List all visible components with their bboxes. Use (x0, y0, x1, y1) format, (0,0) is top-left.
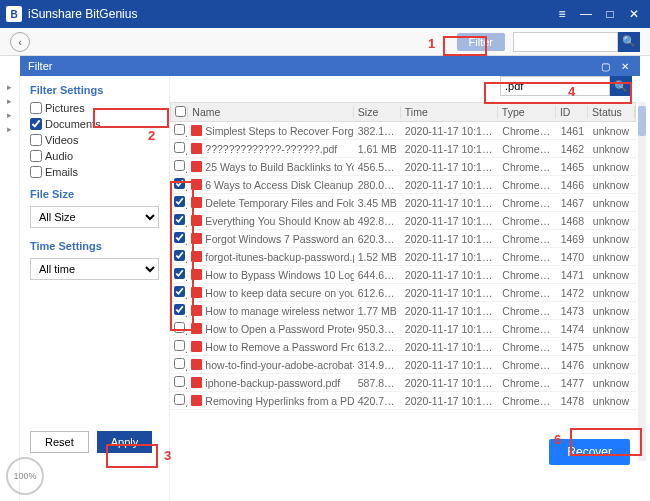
row-checkbox[interactable] (174, 340, 185, 351)
pdf-icon (191, 305, 202, 316)
cell-status: unknow (589, 287, 636, 299)
row-checkbox[interactable] (174, 394, 185, 405)
table-row[interactable]: Simplest Steps to Recover Forgotten or L… (170, 122, 636, 140)
chk-documents[interactable]: Documents (30, 118, 92, 130)
cell-id: 1472 (557, 287, 589, 299)
time-select[interactable]: All time (30, 258, 159, 280)
row-checkbox[interactable] (174, 286, 185, 297)
tree-expand-icon[interactable]: ▸ (7, 96, 12, 106)
close-filter-icon[interactable]: ✕ (618, 59, 632, 73)
col-time[interactable]: Time (401, 106, 498, 118)
close-icon[interactable]: ✕ (624, 4, 644, 24)
cell-name: Removing Hyperlinks from a PDF and Ex (187, 395, 353, 407)
row-checkbox[interactable] (174, 232, 185, 243)
cell-size: 620.39 KB (354, 233, 401, 245)
cell-type: Chrome HT (498, 233, 556, 245)
table-row[interactable]: 25 Ways to Build Backlinks to Your Webs4… (170, 158, 636, 176)
apply-button[interactable]: Apply (97, 431, 153, 453)
row-checkbox[interactable] (174, 142, 185, 153)
reset-button[interactable]: Reset (30, 431, 89, 453)
cell-type: Chrome HT (498, 305, 556, 317)
col-status[interactable]: Status (588, 106, 635, 118)
table-row[interactable]: How to Remove a Password From a PDF613.2… (170, 338, 636, 356)
table-row[interactable]: how-to-find-your-adobe-acrobat-serial314… (170, 356, 636, 374)
tree-expand-icon[interactable]: ▸ (7, 82, 12, 92)
cell-name: How to keep data secure on your Windo (187, 287, 353, 299)
row-checkbox[interactable] (174, 376, 185, 387)
search-input[interactable] (513, 32, 618, 52)
filter-button[interactable]: Filter (457, 33, 505, 51)
row-checkbox[interactable] (174, 304, 185, 315)
table-row[interactable]: How to Open a Password Protected Exce950… (170, 320, 636, 338)
chk-audio[interactable]: Audio (30, 150, 92, 162)
select-all-checkbox[interactable] (175, 106, 186, 117)
filesize-select[interactable]: All Size (30, 206, 159, 228)
table-row[interactable]: How to manage wireless network conne1.77… (170, 302, 636, 320)
minimize-icon[interactable]: — (576, 4, 596, 24)
filesize-heading: File Size (30, 188, 159, 200)
toolbar-search: 🔍 (513, 32, 640, 52)
cell-status: unknow (589, 125, 636, 137)
maximize-icon[interactable]: □ (600, 4, 620, 24)
cell-name: Forgot Windows 7 Password and Want t (187, 233, 353, 245)
menu-icon[interactable]: ≡ (552, 4, 572, 24)
table-body[interactable]: Simplest Steps to Recover Forgotten or L… (170, 122, 636, 461)
col-type[interactable]: Type (498, 106, 556, 118)
table-row[interactable]: forgot-itunes-backup-password.pdf1.52 MB… (170, 248, 636, 266)
pdf-icon (191, 395, 202, 406)
cell-time: 2020-11-17 10:15:17 (401, 233, 498, 245)
cell-time: 2020-11-17 10:15:17 (401, 395, 498, 407)
table-row[interactable]: How to keep data secure on your Windo612… (170, 284, 636, 302)
row-checkbox[interactable] (174, 358, 185, 369)
chk-pictures[interactable]: Pictures (30, 102, 92, 114)
cell-id: 1477 (557, 377, 589, 389)
pdf-icon (191, 143, 202, 154)
row-checkbox[interactable] (174, 160, 185, 171)
cell-status: unknow (589, 197, 636, 209)
cell-status: unknow (589, 377, 636, 389)
table-row[interactable]: 6 Ways to Access Disk Cleanup on Wind280… (170, 176, 636, 194)
table-row[interactable]: Forgot Windows 7 Password and Want t620.… (170, 230, 636, 248)
cell-size: 1.77 MB (354, 305, 401, 317)
pdf-icon (191, 233, 202, 244)
pdf-icon (191, 377, 202, 388)
filter-panel-header: Filter ▢ ✕ (20, 56, 640, 76)
row-checkbox[interactable] (174, 214, 185, 225)
cell-type: Chrome HT (498, 161, 556, 173)
col-name[interactable]: Name (188, 106, 354, 118)
tree-expand-icon[interactable]: ▸ (7, 124, 12, 134)
search-icon[interactable]: 🔍 (610, 76, 632, 96)
cell-time: 2020-11-17 10:15:17 (401, 287, 498, 299)
table-row[interactable]: Removing Hyperlinks from a PDF and Ex420… (170, 392, 636, 410)
cell-name: ?????????????-??????.pdf (187, 143, 353, 155)
row-checkbox[interactable] (174, 124, 185, 135)
col-id[interactable]: ID (556, 106, 588, 118)
cell-id: 1474 (557, 323, 589, 335)
chk-videos[interactable]: Videos (30, 134, 92, 146)
table-row[interactable]: iphone-backup-password.pdf587.87 KB2020-… (170, 374, 636, 392)
chk-emails[interactable]: Emails (30, 166, 92, 178)
row-checkbox[interactable] (174, 250, 185, 261)
table-row[interactable]: Delete Temporary Files and Folders_Gui3.… (170, 194, 636, 212)
cell-name: 25 Ways to Build Backlinks to Your Webs (187, 161, 353, 173)
scrollbar[interactable] (638, 102, 646, 461)
row-checkbox[interactable] (174, 196, 185, 207)
row-checkbox[interactable] (174, 178, 185, 189)
table-row[interactable]: How to Bypass Windows 10 Login Passw644.… (170, 266, 636, 284)
table-row[interactable]: Everything You Should Know about iPho492… (170, 212, 636, 230)
cell-type: Chrome HT (498, 179, 556, 191)
cell-name: 6 Ways to Access Disk Cleanup on Wind (187, 179, 353, 191)
tree-expand-icon[interactable]: ▸ (7, 110, 12, 120)
back-button[interactable]: ‹ (10, 32, 30, 52)
table-row[interactable]: ?????????????-??????.pdf1.61 MB2020-11-1… (170, 140, 636, 158)
table-search-input[interactable] (500, 76, 610, 96)
pdf-icon (191, 215, 202, 226)
search-icon[interactable]: 🔍 (618, 32, 640, 52)
row-checkbox[interactable] (174, 268, 185, 279)
col-size[interactable]: Size (354, 106, 401, 118)
recover-button[interactable]: Recover (549, 439, 630, 465)
cell-size: 3.45 MB (354, 197, 401, 209)
cell-time: 2020-11-17 10:15:17 (401, 377, 498, 389)
row-checkbox[interactable] (174, 322, 185, 333)
popout-icon[interactable]: ▢ (598, 59, 612, 73)
